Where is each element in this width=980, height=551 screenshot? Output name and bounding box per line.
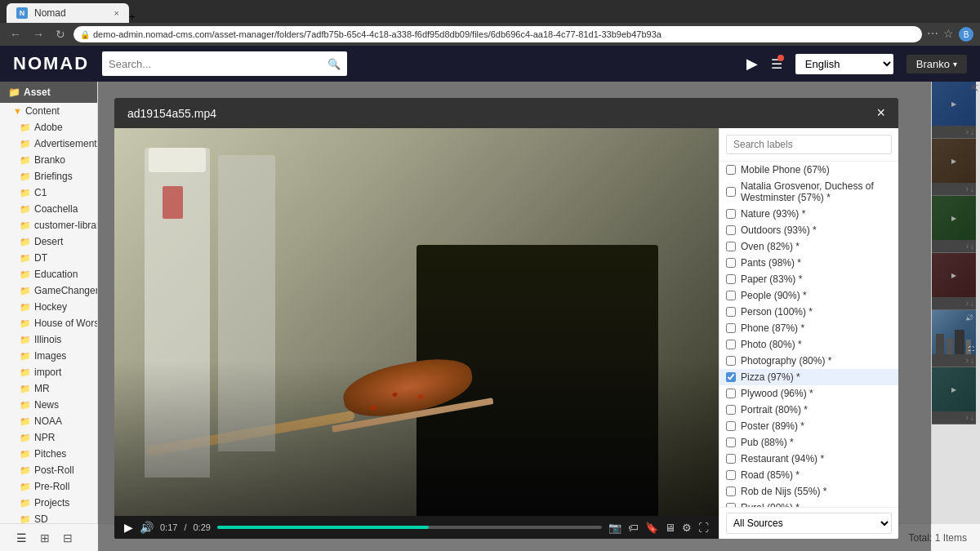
right-thumb-2[interactable]: ▶ › ↓	[932, 139, 976, 196]
user-menu[interactable]: Branko ▾	[906, 55, 967, 73]
thumb-download-1[interactable]: ↓	[970, 127, 974, 136]
forward-btn[interactable]: →	[29, 26, 47, 42]
extensions-btn[interactable]: ⋯	[927, 27, 938, 42]
tab-close-btn[interactable]: ×	[114, 8, 119, 18]
label-checkbox[interactable]	[726, 291, 736, 300]
label-item[interactable]: Portrait (80%) *	[719, 402, 898, 418]
sidebar-item-import[interactable]: 📁 import	[0, 364, 97, 380]
label-item[interactable]: Poster (89%) *	[719, 418, 898, 434]
sidebar-item-education[interactable]: 📁 Education	[0, 266, 97, 282]
thumb-download-5[interactable]: ↓	[970, 356, 974, 365]
progress-bar[interactable]	[217, 526, 602, 529]
sidebar-item-content[interactable]: ▼ Content	[0, 103, 97, 119]
address-bar[interactable]: 🔒 demo-admin.nomad-cms.com/asset-manager…	[74, 26, 922, 42]
thumb-download-2[interactable]: ↓	[970, 184, 974, 193]
tile-view-btn[interactable]: ⊟	[60, 528, 76, 548]
grid-view-btn[interactable]: ⊞	[37, 528, 53, 548]
sidebar-item-gamechanger[interactable]: 📁 GameChanger	[0, 282, 97, 299]
sidebar-item-images[interactable]: 📁 Images	[0, 348, 97, 364]
label-checkbox[interactable]	[726, 487, 736, 496]
label-item[interactable]: Nature (93%) *	[719, 206, 898, 222]
search-input[interactable]	[109, 58, 323, 70]
label-item[interactable]: Plywood (96%) *	[719, 385, 898, 402]
list-icon[interactable]: ☰	[771, 56, 782, 72]
label-item[interactable]: Rob de Nijs (55%) *	[719, 483, 898, 500]
label-item[interactable]: Rural (90%) *	[719, 500, 898, 507]
label-item[interactable]: People (90%) *	[719, 287, 898, 304]
label-checkbox[interactable]	[726, 438, 736, 447]
label-item[interactable]: Phone (87%) *	[719, 320, 898, 336]
sidebar-item-advertisements[interactable]: 📁 Advertisements	[0, 136, 97, 152]
label-item[interactable]: Photography (80%) *	[719, 353, 898, 369]
sidebar-item-illinois[interactable]: 📁 Illinois	[0, 331, 97, 348]
label-checkbox[interactable]	[726, 307, 736, 317]
thumb-download-3[interactable]: ↓	[970, 242, 974, 251]
profile-btn[interactable]: B	[959, 27, 973, 42]
label-checkbox[interactable]	[726, 323, 736, 333]
right-thumb-6[interactable]: ▶ › ↓	[932, 367, 976, 424]
thumb-chevron-4[interactable]: ›	[966, 299, 969, 308]
label-checkbox[interactable]	[726, 225, 736, 235]
label-icon[interactable]: 🔖	[645, 522, 658, 534]
sidebar-item-post-roll[interactable]: 📁 Post-Roll	[0, 462, 97, 478]
label-checkbox[interactable]	[726, 470, 736, 480]
play-btn[interactable]: ▶	[124, 521, 133, 534]
label-checkbox[interactable]	[726, 209, 736, 219]
language-selector[interactable]: English	[795, 54, 893, 74]
volume-btn[interactable]: 🔊	[140, 521, 154, 534]
label-checkbox[interactable]	[726, 405, 736, 415]
label-item[interactable]: Restaurant (94%) *	[719, 451, 898, 467]
sources-dropdown[interactable]: All Sources	[726, 513, 892, 534]
label-checkbox[interactable]	[726, 356, 736, 366]
sidebar-item-npr[interactable]: 📁 NPR	[0, 429, 97, 446]
label-checkbox[interactable]	[726, 389, 736, 398]
sidebar-item-house[interactable]: 📁 House of Worsh...	[0, 315, 97, 331]
sidebar-item-c1[interactable]: 📁 C1	[0, 184, 97, 201]
expand-panel-btn[interactable]: ⇱	[971, 83, 978, 94]
camera-icon[interactable]: 📷	[608, 522, 621, 534]
label-item[interactable]: Paper (83%) *	[719, 271, 898, 287]
label-checkbox[interactable]	[726, 340, 736, 349]
new-tab-btn[interactable]: +	[129, 11, 136, 23]
tag-icon[interactable]: 🏷	[628, 522, 639, 534]
back-btn[interactable]: ←	[7, 26, 24, 42]
monitor-icon[interactable]: 🖥	[665, 522, 675, 534]
sidebar-item-briefings[interactable]: 📁 Briefings	[0, 168, 97, 184]
sidebar-item-news[interactable]: 📁 News	[0, 397, 97, 413]
settings-icon[interactable]: ⚙	[682, 522, 692, 534]
thumb-chevron-3[interactable]: ›	[966, 242, 969, 251]
thumb-chevron-6[interactable]: ›	[966, 413, 969, 422]
sidebar-item-coachella[interactable]: 📁 Coachella	[0, 201, 97, 217]
sidebar-item-noaa[interactable]: 📁 NOAA	[0, 413, 97, 429]
bookmark-btn[interactable]: ☆	[943, 27, 954, 42]
label-item[interactable]: Pub (88%) *	[719, 434, 898, 451]
label-item[interactable]: Person (100%) *	[719, 304, 898, 320]
fullscreen-icon[interactable]: ⛶	[698, 522, 709, 534]
right-thumb-5[interactable]: 🔊 ⛶ › ↓	[932, 310, 976, 367]
label-item[interactable]: Oven (82%) *	[719, 238, 898, 255]
thumb-chevron-2[interactable]: ›	[966, 184, 969, 193]
sidebar-item-adobe[interactable]: 📁 Adobe	[0, 119, 97, 136]
sidebar-item-pre-roll[interactable]: 📁 Pre-Roll	[0, 478, 97, 495]
labels-search-input[interactable]	[726, 135, 892, 154]
modal-close-btn[interactable]: ×	[876, 104, 885, 122]
label-checkbox[interactable]	[726, 165, 736, 175]
sidebar-item-desert[interactable]: 📁 Desert	[0, 233, 97, 250]
sidebar-item-branko[interactable]: 📁 Branko	[0, 152, 97, 168]
right-thumb-4[interactable]: ▶ › ↓	[932, 253, 976, 310]
sidebar-item-hockey[interactable]: 📁 Hockey	[0, 299, 97, 315]
sidebar-item-pitches[interactable]: 📁 Pitches	[0, 446, 97, 462]
label-checkbox-pizza[interactable]	[726, 372, 736, 382]
thumb-chevron-1[interactable]: ›	[966, 127, 969, 136]
label-item[interactable]: Mobile Phone (67%)	[719, 162, 898, 178]
search-icon[interactable]: 🔍	[327, 58, 341, 70]
modal-overlay[interactable]: ad19154a55.mp4 ×	[98, 82, 931, 551]
label-checkbox[interactable]	[726, 454, 736, 464]
label-item[interactable]: Pants (98%) *	[719, 255, 898, 271]
sidebar-item-customer-library[interactable]: 📁 customer-librar...	[0, 217, 97, 233]
label-checkbox[interactable]	[726, 258, 736, 268]
play-icon[interactable]: ▶	[746, 55, 758, 73]
label-item[interactable]: Natalia Grosvenor, Duchess of Westminste…	[719, 178, 898, 206]
label-checkbox[interactable]	[726, 242, 736, 251]
label-item[interactable]: Photo (80%) *	[719, 336, 898, 353]
